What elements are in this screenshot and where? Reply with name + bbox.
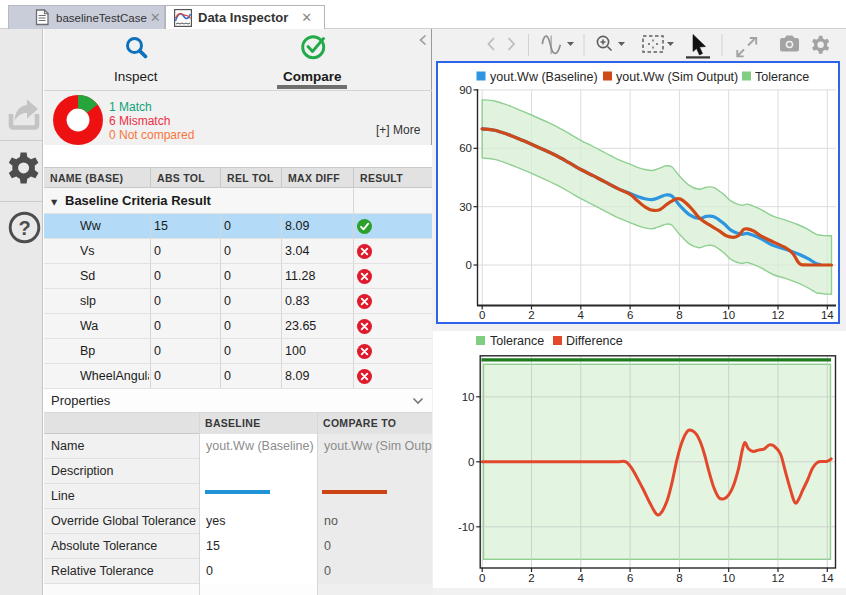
svg-text:10: 10	[462, 391, 475, 403]
svg-text:90: 90	[459, 84, 472, 96]
svg-text:Difference: Difference	[566, 334, 623, 348]
svg-text:12: 12	[772, 309, 785, 321]
svg-text:2: 2	[528, 309, 534, 321]
svg-text:Tolerance: Tolerance	[490, 334, 544, 348]
svg-text:4: 4	[578, 309, 585, 321]
svg-text:10: 10	[722, 309, 735, 321]
svg-text:60: 60	[459, 142, 472, 154]
svg-text:-10: -10	[458, 521, 475, 533]
svg-text:6: 6	[627, 572, 633, 584]
svg-text:2: 2	[528, 572, 534, 584]
svg-text:0: 0	[479, 572, 485, 584]
svg-text:4: 4	[578, 572, 585, 584]
svg-text:10: 10	[722, 572, 735, 584]
svg-text:14: 14	[821, 309, 834, 321]
svg-text:0: 0	[466, 259, 472, 271]
svg-text:Tolerance: Tolerance	[755, 70, 809, 84]
svg-text:6: 6	[627, 309, 633, 321]
svg-text:0: 0	[468, 456, 474, 468]
svg-text:yout.Ww (Baseline): yout.Ww (Baseline)	[490, 70, 598, 84]
svg-text:14: 14	[821, 572, 834, 584]
svg-text:yout.Ww (Sim Output): yout.Ww (Sim Output)	[616, 70, 738, 84]
svg-text:8: 8	[676, 572, 682, 584]
svg-text:12: 12	[772, 572, 785, 584]
svg-text:30: 30	[459, 201, 472, 213]
svg-text:8: 8	[676, 309, 682, 321]
svg-text:?: ?	[18, 217, 30, 239]
svg-text:0: 0	[479, 309, 485, 321]
